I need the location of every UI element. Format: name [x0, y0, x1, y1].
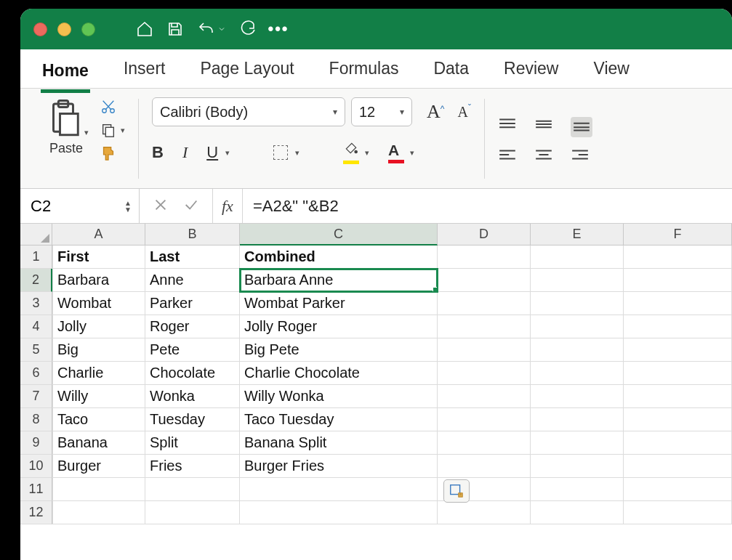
fill-color-button[interactable]: ▾: [343, 141, 369, 164]
column-header-A[interactable]: A: [52, 224, 145, 245]
row-header-12[interactable]: 12: [20, 501, 52, 524]
cell-D6[interactable]: [438, 362, 531, 385]
cell-B4[interactable]: Roger: [145, 315, 240, 338]
undo-dropdown-icon[interactable]: [216, 19, 228, 39]
cell-C8[interactable]: Taco Tuesday: [240, 408, 438, 431]
cell-A7[interactable]: Willy: [52, 385, 145, 408]
column-header-D[interactable]: D: [438, 224, 531, 245]
cell-F2[interactable]: [624, 269, 732, 292]
undo-icon[interactable]: [196, 19, 216, 39]
cell-E3[interactable]: [531, 292, 624, 315]
column-header-C[interactable]: C: [240, 224, 438, 245]
accept-formula-button[interactable]: [183, 197, 199, 216]
cell-A6[interactable]: Charlie: [52, 362, 145, 385]
cell-D12[interactable]: [438, 501, 531, 524]
cell-F10[interactable]: [624, 455, 732, 478]
formula-input[interactable]: =A2&" "&B2: [243, 189, 732, 223]
fill-color-dropdown-icon[interactable]: ▾: [365, 148, 369, 158]
cell-E4[interactable]: [531, 315, 624, 338]
cell-D1[interactable]: [438, 245, 531, 269]
cell-D5[interactable]: [438, 338, 531, 362]
cell-C4[interactable]: Jolly Roger: [240, 315, 438, 338]
cell-B12[interactable]: [145, 501, 240, 524]
redo-icon[interactable]: [238, 19, 258, 39]
row-header-9[interactable]: 9: [20, 431, 52, 455]
cell-B6[interactable]: Chocolate: [145, 362, 240, 385]
cancel-formula-button[interactable]: [153, 197, 169, 216]
fullscreen-window-button[interactable]: [81, 23, 95, 36]
borders-button[interactable]: ▾: [273, 145, 299, 160]
align-top-button[interactable]: [498, 117, 517, 137]
cell-A8[interactable]: Taco: [52, 408, 145, 431]
cell-E8[interactable]: [531, 408, 624, 431]
underline-dropdown-icon[interactable]: ▾: [225, 148, 230, 158]
cell-B3[interactable]: Parker: [145, 292, 240, 315]
cell-B9[interactable]: Split: [145, 431, 240, 455]
cut-button[interactable]: [100, 99, 125, 115]
cell-E11[interactable]: [531, 478, 624, 501]
cell-E1[interactable]: [531, 245, 624, 269]
format-painter-button[interactable]: [100, 145, 125, 161]
tab-formulas[interactable]: Formulas: [328, 54, 401, 83]
tab-page-layout[interactable]: Page Layout: [198, 54, 295, 83]
cell-A11[interactable]: [52, 478, 145, 501]
spreadsheet-grid[interactable]: ABCDEF 1FirstLastCombined2BarbaraAnneBar…: [20, 224, 732, 524]
column-header-E[interactable]: E: [531, 224, 624, 245]
font-color-dropdown-icon[interactable]: ▾: [410, 148, 414, 158]
underline-button[interactable]: U: [206, 143, 218, 162]
cell-E6[interactable]: [531, 362, 624, 385]
cell-F4[interactable]: [624, 315, 732, 338]
cell-F3[interactable]: [624, 292, 732, 315]
row-header-4[interactable]: 4: [20, 315, 52, 338]
select-all-corner[interactable]: [20, 224, 52, 245]
cell-E10[interactable]: [531, 455, 624, 478]
shrink-font-button[interactable]: Aˇ: [457, 103, 470, 121]
cell-C12[interactable]: [240, 501, 438, 524]
cell-E5[interactable]: [531, 338, 624, 362]
cell-F7[interactable]: [624, 385, 732, 408]
cell-C11[interactable]: [240, 478, 438, 501]
cell-C9[interactable]: Banana Split: [240, 431, 438, 455]
cell-A10[interactable]: Burger: [52, 455, 145, 478]
column-header-B[interactable]: B: [145, 224, 240, 245]
cell-A9[interactable]: Banana: [52, 431, 145, 455]
cell-D9[interactable]: [438, 431, 531, 455]
cell-B2[interactable]: Anne: [145, 269, 240, 292]
copy-dropdown-icon[interactable]: ▾: [121, 126, 125, 135]
cell-D10[interactable]: [438, 455, 531, 478]
align-left-button[interactable]: [498, 147, 517, 165]
insert-function-button[interactable]: fx: [212, 189, 243, 223]
cell-B11[interactable]: [145, 478, 240, 501]
font-size-combo[interactable]: 12 ▾: [351, 97, 412, 126]
cell-C5[interactable]: Big Pete: [240, 338, 438, 362]
cell-A1[interactable]: First: [52, 245, 145, 269]
cell-F9[interactable]: [624, 431, 732, 455]
font-name-combo[interactable]: Calibri (Body) ▾: [152, 97, 345, 126]
cell-C2[interactable]: Barbara Anne: [240, 269, 438, 292]
cell-A2[interactable]: Barbara: [52, 269, 145, 292]
cell-C1[interactable]: Combined: [240, 245, 438, 269]
row-header-11[interactable]: 11: [20, 478, 52, 501]
tab-data[interactable]: Data: [432, 54, 470, 83]
cell-C3[interactable]: Wombat Parker: [240, 292, 438, 315]
more-icon[interactable]: •••: [268, 19, 289, 39]
cell-F12[interactable]: [624, 501, 732, 524]
cell-B1[interactable]: Last: [145, 245, 240, 269]
tab-review[interactable]: Review: [502, 54, 560, 83]
cell-F6[interactable]: [624, 362, 732, 385]
paste-button[interactable]: ▾ Paste: [44, 97, 89, 156]
cell-A12[interactable]: [52, 501, 145, 524]
cell-E9[interactable]: [531, 431, 624, 455]
cell-F11[interactable]: [624, 478, 732, 501]
row-header-5[interactable]: 5: [20, 338, 52, 362]
align-right-button[interactable]: [571, 147, 592, 165]
cell-E2[interactable]: [531, 269, 624, 292]
close-window-button[interactable]: [33, 23, 47, 36]
align-center-button[interactable]: [534, 147, 553, 165]
minimize-window-button[interactable]: [57, 23, 71, 36]
row-header-10[interactable]: 10: [20, 455, 52, 478]
row-header-6[interactable]: 6: [20, 362, 52, 385]
tab-view[interactable]: View: [592, 54, 630, 83]
cell-A3[interactable]: Wombat: [52, 292, 145, 315]
cell-A5[interactable]: Big: [52, 338, 145, 362]
